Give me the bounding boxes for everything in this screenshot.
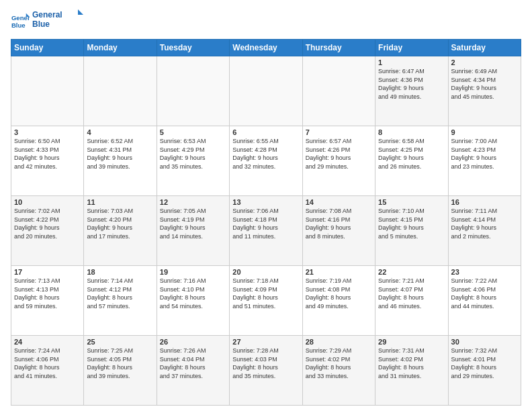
day-info: Sunrise: 7:02 AM Sunset: 4:22 PM Dayligh…: [14, 207, 81, 240]
calendar-cell: [157, 56, 229, 126]
calendar-cell: 14Sunrise: 7:08 AM Sunset: 4:16 PM Dayli…: [302, 196, 375, 266]
day-number: 25: [87, 338, 153, 346]
day-info: Sunrise: 7:28 AM Sunset: 4:03 PM Dayligh…: [232, 347, 299, 380]
day-info: Sunrise: 6:58 AM Sunset: 4:25 PM Dayligh…: [378, 137, 445, 171]
logo-svg: General Blue: [32, 8, 86, 32]
calendar-cell: 30Sunrise: 7:32 AM Sunset: 4:01 PM Dayli…: [448, 336, 521, 406]
day-info: Sunrise: 7:32 AM Sunset: 4:01 PM Dayligh…: [451, 347, 518, 380]
day-info: Sunrise: 7:18 AM Sunset: 4:09 PM Dayligh…: [232, 277, 299, 310]
svg-marker-5: [78, 9, 83, 15]
calendar-week-4: 17Sunrise: 7:13 AM Sunset: 4:13 PM Dayli…: [11, 266, 521, 336]
day-info: Sunrise: 7:29 AM Sunset: 4:02 PM Dayligh…: [306, 347, 372, 380]
calendar-cell: 21Sunrise: 7:19 AM Sunset: 4:08 PM Dayli…: [302, 266, 375, 336]
day-info: Sunrise: 7:08 AM Sunset: 4:16 PM Dayligh…: [306, 207, 372, 240]
calendar-cell: [84, 56, 157, 126]
day-info: Sunrise: 7:24 AM Sunset: 4:06 PM Dayligh…: [14, 347, 81, 380]
calendar-cell: 8Sunrise: 6:58 AM Sunset: 4:25 PM Daylig…: [375, 126, 448, 196]
calendar-cell: 24Sunrise: 7:24 AM Sunset: 4:06 PM Dayli…: [11, 336, 84, 406]
day-info: Sunrise: 7:10 AM Sunset: 4:15 PM Dayligh…: [378, 207, 445, 240]
calendar-cell: 3Sunrise: 6:50 AM Sunset: 4:33 PM Daylig…: [11, 126, 84, 196]
calendar-cell: 10Sunrise: 7:02 AM Sunset: 4:22 PM Dayli…: [11, 196, 84, 266]
calendar-cell: 27Sunrise: 7:28 AM Sunset: 4:03 PM Dayli…: [230, 336, 302, 406]
calendar-header-thursday: Thursday: [302, 40, 375, 56]
day-info: Sunrise: 7:22 AM Sunset: 4:06 PM Dayligh…: [451, 277, 518, 310]
calendar-week-2: 3Sunrise: 6:50 AM Sunset: 4:33 PM Daylig…: [11, 126, 521, 196]
svg-text:Blue: Blue: [11, 21, 26, 29]
calendar-header-monday: Monday: [84, 40, 157, 56]
calendar-header-tuesday: Tuesday: [157, 40, 229, 56]
day-info: Sunrise: 7:03 AM Sunset: 4:20 PM Dayligh…: [87, 207, 153, 240]
day-number: 24: [14, 338, 81, 346]
calendar-cell: 29Sunrise: 7:31 AM Sunset: 4:02 PM Dayli…: [375, 336, 448, 406]
day-number: 10: [14, 198, 81, 206]
calendar-cell: 25Sunrise: 7:25 AM Sunset: 4:05 PM Dayli…: [84, 336, 157, 406]
day-info: Sunrise: 7:00 AM Sunset: 4:23 PM Dayligh…: [451, 137, 518, 171]
header: General Blue General Blue: [11, 8, 521, 35]
day-number: 3: [14, 128, 81, 136]
calendar-table: SundayMondayTuesdayWednesdayThursdayFrid…: [11, 39, 521, 406]
day-number: 11: [87, 198, 153, 206]
day-number: 8: [378, 128, 445, 136]
calendar-cell: 16Sunrise: 7:11 AM Sunset: 4:14 PM Dayli…: [448, 196, 521, 266]
calendar-cell: [302, 56, 375, 126]
calendar-cell: 17Sunrise: 7:13 AM Sunset: 4:13 PM Dayli…: [11, 266, 84, 336]
calendar-header-friday: Friday: [375, 40, 448, 56]
calendar-cell: 5Sunrise: 6:53 AM Sunset: 4:29 PM Daylig…: [157, 126, 229, 196]
day-number: 21: [306, 268, 372, 276]
svg-text:Blue: Blue: [32, 19, 50, 29]
day-number: 19: [160, 268, 226, 276]
page: General Blue General Blue SundayMondayTu…: [0, 0, 532, 411]
calendar-cell: 11Sunrise: 7:03 AM Sunset: 4:20 PM Dayli…: [84, 196, 157, 266]
calendar-cell: [11, 56, 84, 126]
calendar-cell: 12Sunrise: 7:05 AM Sunset: 4:19 PM Dayli…: [157, 196, 229, 266]
calendar-cell: [230, 56, 302, 126]
day-number: 4: [87, 128, 153, 136]
calendar-week-5: 24Sunrise: 7:24 AM Sunset: 4:06 PM Dayli…: [11, 336, 521, 406]
day-number: 20: [232, 268, 299, 276]
calendar-cell: 7Sunrise: 6:57 AM Sunset: 4:26 PM Daylig…: [302, 126, 375, 196]
day-number: 13: [232, 198, 299, 206]
calendar-cell: 22Sunrise: 7:21 AM Sunset: 4:07 PM Dayli…: [375, 266, 448, 336]
day-number: 27: [232, 338, 299, 346]
calendar-header-wednesday: Wednesday: [230, 40, 302, 56]
day-info: Sunrise: 7:19 AM Sunset: 4:08 PM Dayligh…: [306, 277, 372, 310]
calendar-cell: 23Sunrise: 7:22 AM Sunset: 4:06 PM Dayli…: [448, 266, 521, 336]
calendar-header-row: SundayMondayTuesdayWednesdayThursdayFrid…: [11, 40, 521, 56]
calendar-cell: 13Sunrise: 7:06 AM Sunset: 4:18 PM Dayli…: [230, 196, 302, 266]
day-number: 23: [451, 268, 518, 276]
calendar-cell: 1Sunrise: 6:47 AM Sunset: 4:36 PM Daylig…: [375, 56, 448, 126]
day-number: 5: [160, 128, 226, 136]
calendar-cell: 9Sunrise: 7:00 AM Sunset: 4:23 PM Daylig…: [448, 126, 521, 196]
calendar-cell: 28Sunrise: 7:29 AM Sunset: 4:02 PM Dayli…: [302, 336, 375, 406]
day-number: 14: [306, 198, 372, 206]
calendar-cell: 4Sunrise: 6:52 AM Sunset: 4:31 PM Daylig…: [84, 126, 157, 196]
day-number: 12: [160, 198, 226, 206]
day-number: 18: [87, 268, 153, 276]
calendar-cell: 2Sunrise: 6:49 AM Sunset: 4:34 PM Daylig…: [448, 56, 521, 126]
calendar-cell: 26Sunrise: 7:26 AM Sunset: 4:04 PM Dayli…: [157, 336, 229, 406]
calendar-week-3: 10Sunrise: 7:02 AM Sunset: 4:22 PM Dayli…: [11, 196, 521, 266]
logo: General Blue General Blue: [11, 8, 86, 35]
day-info: Sunrise: 7:13 AM Sunset: 4:13 PM Dayligh…: [14, 277, 81, 310]
day-number: 9: [451, 128, 518, 136]
day-info: Sunrise: 7:21 AM Sunset: 4:07 PM Dayligh…: [378, 277, 445, 310]
day-info: Sunrise: 6:57 AM Sunset: 4:26 PM Dayligh…: [306, 137, 372, 171]
day-number: 26: [160, 338, 226, 346]
day-info: Sunrise: 6:52 AM Sunset: 4:31 PM Dayligh…: [87, 137, 153, 171]
day-number: 28: [306, 338, 372, 346]
day-number: 1: [378, 58, 445, 66]
day-number: 17: [14, 268, 81, 276]
day-info: Sunrise: 7:06 AM Sunset: 4:18 PM Dayligh…: [232, 207, 299, 240]
day-number: 6: [232, 128, 299, 136]
day-number: 29: [378, 338, 445, 346]
calendar-week-1: 1Sunrise: 6:47 AM Sunset: 4:36 PM Daylig…: [11, 56, 521, 126]
calendar-cell: 20Sunrise: 7:18 AM Sunset: 4:09 PM Dayli…: [230, 266, 302, 336]
logo-icon: General Blue: [11, 12, 30, 31]
calendar-cell: 6Sunrise: 6:55 AM Sunset: 4:28 PM Daylig…: [230, 126, 302, 196]
day-number: 30: [451, 338, 518, 346]
day-info: Sunrise: 7:14 AM Sunset: 4:12 PM Dayligh…: [87, 277, 153, 310]
day-info: Sunrise: 7:31 AM Sunset: 4:02 PM Dayligh…: [378, 347, 445, 380]
calendar-cell: 18Sunrise: 7:14 AM Sunset: 4:12 PM Dayli…: [84, 266, 157, 336]
day-info: Sunrise: 7:26 AM Sunset: 4:04 PM Dayligh…: [160, 347, 226, 380]
calendar-header-sunday: Sunday: [11, 40, 84, 56]
